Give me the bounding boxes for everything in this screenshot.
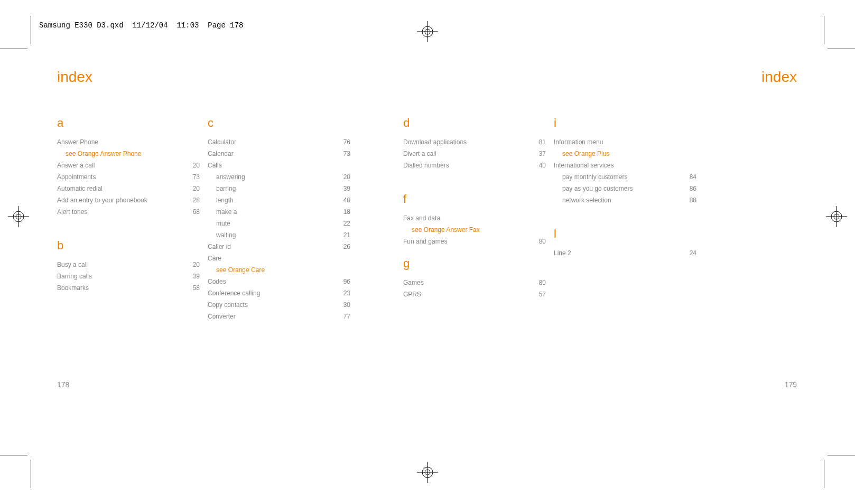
- index-letter: d: [403, 116, 546, 130]
- index-entry-label: Line 2: [554, 247, 681, 259]
- index-entry-page: 20: [184, 160, 200, 171]
- index-entry-label: Calendar: [208, 148, 334, 160]
- index-entry: Calculator76: [208, 136, 350, 148]
- page-title-left: index: [57, 69, 92, 86]
- index-entry: Alert tones68: [57, 206, 200, 218]
- index-entry-page: [334, 160, 350, 171]
- index-entry-label: Caller id: [208, 241, 334, 253]
- index-entry: Dialled numbers40: [403, 160, 546, 171]
- page-title-right: index: [761, 69, 797, 86]
- index-entry: Care: [208, 253, 350, 264]
- index-entry-page: 26: [334, 241, 350, 253]
- index-xref: see Orange Plus: [554, 148, 681, 160]
- index-entry-label: Barring calls: [57, 270, 184, 282]
- index-entry-page: 86: [681, 183, 696, 194]
- index-entry-label: Alert tones: [57, 206, 184, 218]
- index-entry: Fun and games80: [403, 236, 546, 247]
- index-entry-label: barring: [208, 183, 334, 194]
- index-entry-page: [334, 253, 350, 264]
- crop-mark: [828, 455, 855, 455]
- index-entry: Conference calling23: [208, 287, 350, 299]
- index-entry-label: Divert a call: [403, 148, 530, 160]
- index-letter: i: [554, 116, 696, 130]
- index-entry-label: Busy a call: [57, 259, 184, 270]
- index-group: Information menusee Orange PlusInternati…: [554, 136, 696, 206]
- index-entry-page: 22: [334, 218, 350, 229]
- index-column-2: c Calculator76Calendar73Callsanswering20…: [208, 116, 350, 322]
- index-group: Calculator76Calendar73Callsanswering20ba…: [208, 136, 350, 322]
- index-letter: f: [403, 192, 546, 206]
- index-entry: Answer a call20: [57, 160, 200, 171]
- index-entry-label: Care: [208, 253, 334, 264]
- index-entry-page: [530, 224, 546, 236]
- index-entry-label: Automatic redial: [57, 183, 184, 194]
- index-entry-page: 68: [184, 206, 200, 218]
- index-entry-page: 40: [530, 160, 546, 171]
- index-entry: Fax and data: [403, 212, 546, 224]
- index-entry-page: 58: [184, 282, 200, 294]
- index-entry-label: Codes: [208, 276, 334, 287]
- index-entry-label: network selection: [554, 194, 681, 206]
- index-entry: waiting21: [208, 229, 350, 241]
- index-entry: Automatic redial20: [57, 183, 200, 194]
- registration-mark-icon: [826, 206, 847, 227]
- index-entry-label: pay as you go customers: [554, 183, 681, 194]
- index-entry-label: Information menu: [554, 136, 681, 148]
- registration-mark-icon: [417, 462, 438, 483]
- index-entry-label: GPRS: [403, 288, 530, 300]
- index-entry-page: 39: [184, 270, 200, 282]
- index-entry-page: [530, 212, 546, 224]
- page-spread: index index a Answer Phonesee Orange Ans…: [57, 53, 797, 444]
- index-entry: Caller id26: [208, 241, 350, 253]
- index-entry-page: 40: [334, 194, 350, 206]
- crop-mark: [0, 455, 27, 455]
- index-entry-label: mute: [208, 218, 334, 229]
- index-entry-label: Bookmarks: [57, 282, 184, 294]
- index-entry-page: [184, 136, 200, 148]
- index-entry: Codes96: [208, 276, 350, 287]
- index-entry-page: 80: [530, 277, 546, 288]
- page-number-right: 179: [785, 380, 797, 389]
- crop-mark: [824, 16, 824, 44]
- index-entry-label: Calculator: [208, 136, 334, 148]
- index-entry-page: [184, 148, 200, 160]
- registration-mark-icon: [417, 21, 438, 42]
- index-entry-page: 20: [184, 183, 200, 194]
- index-entry: see Orange Plus: [554, 148, 696, 160]
- index-entry: see Orange Care: [208, 264, 350, 276]
- index-entry: Barring calls39: [57, 270, 200, 282]
- page-number-left: 178: [57, 380, 69, 389]
- index-entry: Download applications81: [403, 136, 546, 148]
- index-entry-label: pay monthly customers: [554, 171, 681, 183]
- index-entry-page: 80: [530, 236, 546, 247]
- index-entry-label: waiting: [208, 229, 334, 241]
- index-entry-page: 24: [681, 247, 696, 259]
- index-entry: Bookmarks58: [57, 282, 200, 294]
- index-entry: Appointments73: [57, 171, 200, 183]
- index-entry-label: Converter: [208, 311, 334, 322]
- index-entry: barring39: [208, 183, 350, 194]
- index-column-1: a Answer Phonesee Orange Answer PhoneAns…: [57, 116, 200, 294]
- index-entry: answering20: [208, 171, 350, 183]
- index-xref: see Orange Answer Fax: [403, 224, 530, 236]
- crop-mark: [31, 460, 31, 488]
- index-entry-page: 18: [334, 206, 350, 218]
- index-entry-label: Add an entry to your phonebook: [57, 194, 184, 206]
- index-entry-label: Games: [403, 277, 530, 288]
- index-group: Busy a call20Barring calls39Bookmarks58: [57, 259, 200, 294]
- index-entry-label: Fax and data: [403, 212, 530, 224]
- index-entry: International services: [554, 160, 696, 171]
- index-entry-page: 37: [530, 148, 546, 160]
- index-letter: g: [403, 257, 546, 270]
- index-entry: Add an entry to your phonebook28: [57, 194, 200, 206]
- index-entry: mute22: [208, 218, 350, 229]
- index-entry-page: 77: [334, 311, 350, 322]
- index-column-4: i Information menusee Orange PlusInterna…: [554, 116, 696, 259]
- registration-mark-icon: [8, 206, 29, 227]
- crop-mark: [824, 460, 824, 488]
- index-entry: see Orange Answer Fax: [403, 224, 546, 236]
- index-letter: c: [208, 116, 350, 130]
- index-entry-page: [681, 148, 696, 160]
- index-entry-label: Copy contacts: [208, 299, 334, 311]
- index-entry-page: 57: [530, 288, 546, 300]
